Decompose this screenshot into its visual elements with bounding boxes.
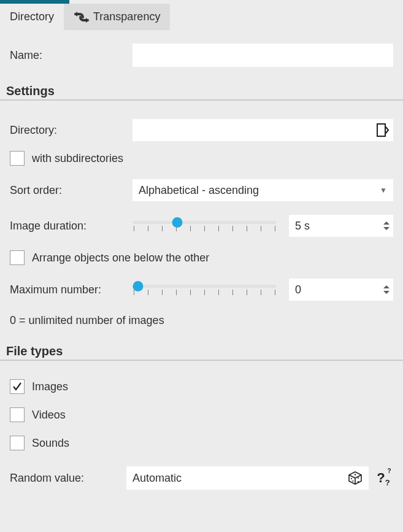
settings-header: Settings <box>6 84 393 98</box>
maximum-number-spinbox[interactable]: 0 <box>289 279 393 301</box>
images-label: Images <box>32 380 68 393</box>
image-duration-down[interactable] <box>383 227 390 230</box>
random-dice-button[interactable] <box>345 468 365 488</box>
maximum-number-down[interactable] <box>383 291 390 294</box>
image-duration-slider[interactable] <box>132 216 277 236</box>
name-input[interactable] <box>132 44 393 67</box>
maximum-number-label: Maximum number: <box>10 283 132 296</box>
sounds-checkbox[interactable] <box>10 436 25 450</box>
images-checkbox[interactable] <box>10 379 25 394</box>
tab-transparency-label: Transparency <box>93 10 160 23</box>
with-subdirectories-label: with subdirectories <box>32 152 123 165</box>
directory-label: Directory: <box>10 124 132 137</box>
image-duration-value: 5 s <box>295 220 380 233</box>
sounds-label: Sounds <box>32 437 69 450</box>
random-help-button[interactable]: ?? ? <box>369 468 393 488</box>
sort-order-value: Alphabetical - ascending <box>139 184 259 197</box>
svg-point-0 <box>355 474 356 475</box>
with-subdirectories-checkbox[interactable] <box>10 151 25 166</box>
name-label: Name: <box>10 49 132 62</box>
image-duration-up[interactable] <box>383 222 390 225</box>
svg-point-1 <box>351 478 352 479</box>
folder-open-icon <box>375 123 389 137</box>
maximum-number-thumb[interactable] <box>133 281 144 291</box>
sort-order-select[interactable]: Alphabetical - ascending ▼ <box>132 179 393 201</box>
arrange-label: Arrange objects one below the other <box>32 252 209 264</box>
maximum-number-value: 0 <box>295 283 380 296</box>
tab-transparency[interactable]: Transparency <box>64 4 170 30</box>
image-duration-spinbox[interactable]: 5 s <box>289 215 393 237</box>
arrange-checkbox[interactable] <box>10 250 25 265</box>
svg-point-4 <box>358 481 359 482</box>
tab-directory-label: Directory <box>10 10 54 23</box>
random-value-field[interactable]: Automatic <box>126 466 369 490</box>
question-icon: ?? ? <box>377 470 385 486</box>
image-duration-label: Image duration: <box>10 220 132 233</box>
tab-directory[interactable]: Directory <box>0 4 64 30</box>
svg-point-2 <box>352 480 353 482</box>
sort-order-label: Sort order: <box>10 184 132 197</box>
random-value-text: Automatic <box>130 472 345 485</box>
filetypes-rule <box>0 360 403 361</box>
tab-bar: Directory Transparency <box>0 4 403 30</box>
dice-icon <box>348 471 363 485</box>
directory-input[interactable] <box>134 119 372 141</box>
maximum-number-slider[interactable] <box>132 280 277 299</box>
browse-directory-button[interactable] <box>372 120 392 140</box>
maximum-number-up[interactable] <box>383 285 390 288</box>
image-duration-thumb[interactable] <box>172 217 182 228</box>
random-value-label: Random value: <box>10 472 126 485</box>
filetypes-header: File types <box>6 344 393 358</box>
settings-rule <box>0 99 403 101</box>
svg-point-3 <box>358 477 359 479</box>
maximum-number-hint: 0 = unlimited number of images <box>10 314 393 327</box>
chevron-down-icon: ▼ <box>380 186 387 195</box>
videos-label: Videos <box>32 409 66 422</box>
videos-checkbox[interactable] <box>10 407 25 422</box>
directory-field <box>132 119 393 141</box>
transparency-icon <box>74 10 90 24</box>
